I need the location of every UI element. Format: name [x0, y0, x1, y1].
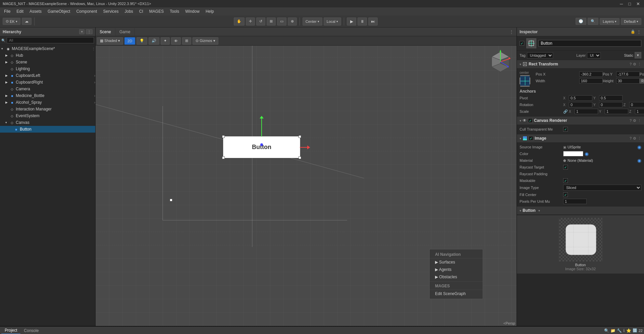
help-icon[interactable]: ?: [630, 62, 632, 66]
cull-checkbox[interactable]: [563, 127, 568, 132]
pivot-button[interactable]: Center ▾: [303, 17, 322, 26]
layers-button[interactable]: Layers ▾: [600, 18, 620, 25]
surfaces-item[interactable]: ▶ Surfaces: [430, 258, 483, 266]
hierarchy-item-cupboardleft[interactable]: ▶ ■ CupboardLeft ›: [0, 72, 95, 79]
layout-button[interactable]: Default ▾: [621, 18, 641, 25]
play-button[interactable]: ▶: [347, 17, 356, 26]
folder-button[interactable]: 📁: [610, 328, 615, 333]
image-checkbox[interactable]: [529, 136, 533, 141]
menu-ci[interactable]: CI: [137, 8, 146, 14]
height-input[interactable]: [616, 78, 640, 84]
2d-button[interactable]: 2D: [124, 37, 135, 45]
canvas-renderer-checkbox[interactable]: [528, 118, 533, 123]
menu-component[interactable]: Component: [73, 8, 100, 14]
rect-tool-button[interactable]: ▭: [277, 17, 286, 26]
scale-z-input[interactable]: [635, 109, 644, 114]
image-header[interactable]: ▾ Image ? ⚙ ⋮: [517, 134, 644, 142]
object-name-input[interactable]: [538, 40, 641, 47]
rot-y-input[interactable]: [599, 102, 623, 107]
button-section-header[interactable]: ▾ Button ▾: [517, 206, 644, 214]
selection-handle-br[interactable]: [299, 156, 301, 159]
minimize-button[interactable]: ─: [619, 1, 624, 6]
menu-edit[interactable]: Edit: [14, 8, 26, 14]
menu-mages[interactable]: MAGES: [147, 8, 166, 14]
move-tool-button[interactable]: ✛: [246, 17, 255, 26]
active-checkbox[interactable]: [520, 41, 524, 46]
tab-console[interactable]: Console: [20, 327, 42, 334]
lock-icon[interactable]: 🔒: [631, 30, 635, 34]
tag-select[interactable]: Untagged: [527, 52, 553, 58]
hierarchy-item-eventsystem[interactable]: ▶ ◇ EventSystem: [0, 112, 95, 119]
help-icon[interactable]: ?: [630, 136, 632, 140]
width-input[interactable]: [579, 78, 603, 84]
transform-tool-button[interactable]: ⊕: [288, 17, 297, 26]
menu-gameobject[interactable]: GameObject: [45, 8, 73, 14]
selection-handle-tr[interactable]: [299, 135, 301, 138]
scale-lock-icon[interactable]: 🔗: [563, 109, 568, 114]
hierarchy-item-lighting[interactable]: ▶ ◇ Lighting: [0, 65, 95, 72]
more-icon[interactable]: ⋮: [638, 136, 641, 141]
hierarchy-item-hub[interactable]: ▶ ◇ Hub: [0, 52, 95, 59]
settings-icon[interactable]: ⚙: [633, 136, 636, 141]
color-preview[interactable]: [563, 151, 583, 156]
more-icon[interactable]: ⋮: [638, 118, 641, 123]
menu-help[interactable]: Help: [203, 8, 217, 14]
pivot-y-input[interactable]: [599, 95, 623, 101]
tab-project[interactable]: Project: [1, 327, 20, 334]
grid-button[interactable]: ⊞: [182, 37, 191, 45]
history-button[interactable]: 🕐: [576, 18, 586, 25]
hierarchy-item-cupboardright[interactable]: ▶ ■ CupboardRight ›: [0, 79, 95, 86]
hierarchy-item-canvas[interactable]: ▾ ◇ Canvas: [0, 119, 95, 126]
hierarchy-options-button[interactable]: ⋮: [86, 29, 93, 34]
hierarchy-item-alcohol[interactable]: ▶ ■ Alcohol_Spray ›: [0, 99, 95, 106]
posx-input[interactable]: [579, 71, 603, 77]
search-button[interactable]: 🔍: [588, 18, 598, 25]
hierarchy-item-button[interactable]: ▶ ■ Button: [0, 126, 95, 133]
hierarchy-item-medicine[interactable]: ▶ ■ Medicine_Bottle ›: [0, 92, 95, 99]
selection-handle-bl[interactable]: [222, 156, 225, 159]
constrain-button[interactable]: R: [640, 79, 644, 84]
hierarchy-item-scene[interactable]: ▶ ◇ Scene: [0, 59, 95, 65]
pause-button[interactable]: ⏸: [358, 17, 367, 26]
menu-jobs[interactable]: Jobs: [122, 8, 136, 14]
selection-handle-tl[interactable]: [222, 135, 225, 138]
canvas-renderer-header[interactable]: ▾ 👁 Canvas Renderer ? ⚙ ⋮: [517, 116, 644, 125]
shading-button[interactable]: ▦ Shaded ▾: [97, 37, 123, 45]
menu-file[interactable]: File: [1, 8, 13, 14]
audio-button[interactable]: 🔊: [149, 37, 159, 45]
obstacles-item[interactable]: ▶ Obstacles: [430, 273, 483, 281]
static-dropdown-button[interactable]: ▾: [635, 52, 641, 58]
source-pick-button[interactable]: ◉: [637, 144, 641, 150]
menu-window[interactable]: Window: [182, 8, 202, 14]
scale-x-input[interactable]: [575, 109, 598, 114]
posy-input[interactable]: [616, 71, 640, 77]
cloud-button[interactable]: ☁: [22, 18, 32, 25]
pivot-x-input[interactable]: [569, 95, 592, 101]
hierarchy-search-input[interactable]: [7, 37, 94, 43]
rotate-tool-button[interactable]: ↺: [256, 17, 265, 26]
maximize-button[interactable]: □: [627, 1, 632, 6]
inspector-options-button[interactable]: ⋮: [637, 29, 641, 35]
rect-transform-header[interactable]: ▾ Rect Transform ? ⚙ ⋮: [517, 60, 644, 68]
rot-z-input[interactable]: [629, 102, 644, 107]
menu-assets[interactable]: Assets: [27, 8, 44, 14]
rot-x-input[interactable]: [569, 102, 592, 107]
hidden-button[interactable]: 👁: [171, 37, 181, 45]
raycast-checkbox[interactable]: [563, 165, 568, 170]
hierarchy-item-magesscene[interactable]: ▾ ◉ MAGESExampleScene* ⋮: [0, 45, 95, 52]
scale-y-input[interactable]: [605, 109, 628, 114]
agents-item[interactable]: ▶ Agents: [430, 266, 483, 273]
scale-tool-button[interactable]: ⊞: [267, 17, 276, 26]
navigation-cube[interactable]: [487, 48, 514, 75]
help-icon[interactable]: ?: [630, 118, 632, 123]
canvas-handle[interactable]: [170, 199, 172, 201]
settings-icon[interactable]: ⚙: [633, 118, 636, 123]
hierarchy-item-interactionmgr[interactable]: ▶ ◇ Interaction Manager: [0, 106, 95, 112]
layer-select[interactable]: UI: [587, 52, 601, 58]
menu-tools[interactable]: Tools: [167, 8, 182, 14]
edit-scenegraph-item[interactable]: Edit SceneGraph: [430, 290, 483, 297]
fx-button[interactable]: ✦: [161, 37, 170, 45]
scene-viewport[interactable]: Button: [96, 46, 517, 326]
asset-info-button[interactable]: ℹ: [623, 328, 625, 333]
image-type-select[interactable]: Sliced: [563, 185, 641, 191]
